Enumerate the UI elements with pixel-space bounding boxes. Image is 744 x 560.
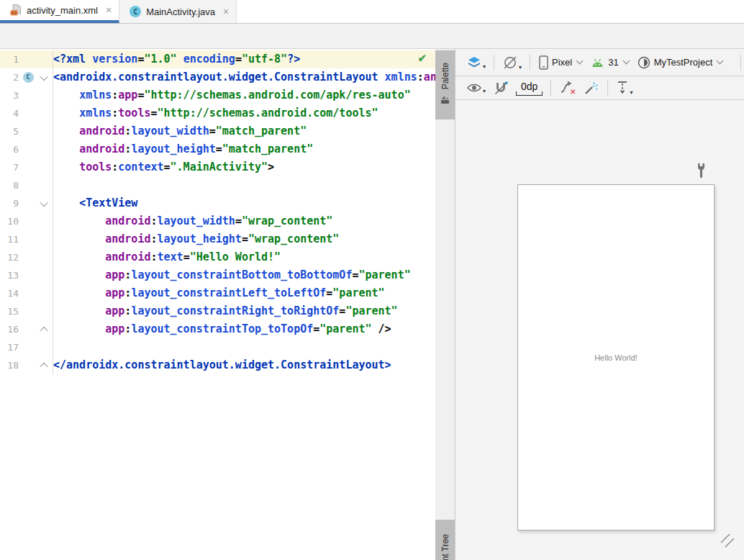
default-margins-button[interactable]: 0dp [512, 79, 546, 97]
code-line[interactable]: 17 [0, 338, 435, 356]
code-line[interactable]: 1<?xml version="1.0" encoding="utf-8"?> [0, 50, 435, 68]
theme-label: MyTestProject [654, 57, 713, 68]
editor-gutter[interactable]: 5 [0, 122, 53, 140]
line-number: 14 [0, 284, 19, 302]
close-tab-icon[interactable]: × [223, 6, 229, 17]
editor-gutter[interactable]: 6 [0, 140, 53, 158]
tab-activity-main-xml[interactable]: <> activity_main.xml × [0, 0, 119, 23]
palette-tool-tab[interactable]: Palette [435, 50, 455, 119]
code-text: <TextView [53, 194, 137, 212]
editor-gutter[interactable]: 7 [0, 158, 53, 176]
infer-constraints-button[interactable] [580, 78, 603, 97]
editor-gutter[interactable]: 18 [0, 356, 53, 374]
code-line[interactable]: 18</androidx.constraintlayout.widget.Con… [0, 356, 435, 374]
code-text: <androidx.constraintlayout.widget.Constr… [53, 68, 435, 86]
design-toolbar-main: ▾ ▾ Pixel [455, 49, 744, 76]
editor-gutter[interactable]: 15 [0, 302, 53, 320]
code-editor[interactable]: 1<?xml version="1.0" encoding="utf-8"?>2… [0, 49, 435, 560]
code-text: xmlns:tools="http://schemas.android.com/… [53, 104, 378, 122]
design-surface-button[interactable]: ▾ [463, 54, 489, 71]
close-tab-icon[interactable]: × [106, 4, 112, 16]
fold-marker-icon[interactable] [40, 198, 47, 206]
navigation-bar [0, 24, 744, 49]
editor-gutter[interactable]: 14 [0, 284, 53, 302]
vertical-margin-icon [616, 80, 629, 96]
code-line[interactable]: 8 [0, 176, 435, 194]
editor-gutter[interactable]: 11 [0, 230, 53, 248]
code-text: app:layout_constraintRight_toRightOf="pa… [53, 302, 398, 320]
view-options-button[interactable]: ▾ [463, 80, 489, 96]
editor-gutter[interactable]: 17 [0, 338, 53, 356]
orientation-button[interactable]: ▾ [499, 53, 525, 72]
device-selector[interactable]: Pixel [535, 54, 586, 71]
tool-window-strip: Palette Component Tree [435, 49, 455, 560]
xml-file-icon: <> [10, 4, 22, 16]
code-line[interactable]: 11 android:layout_height="wrap_content" [0, 230, 435, 248]
design-canvas[interactable]: Hello World! [455, 101, 744, 560]
editor-gutter[interactable]: 16 [0, 320, 53, 338]
code-line[interactable]: 10 android:layout_width="wrap_content" [0, 212, 435, 230]
fold-marker-icon[interactable] [40, 72, 47, 80]
theme-selector[interactable]: MyTestProject [633, 55, 727, 71]
editor-gutter[interactable]: 8 [0, 176, 53, 194]
editor-gutter[interactable]: 1 [0, 50, 53, 68]
orientation-icon [502, 55, 518, 71]
line-number: 17 [0, 338, 19, 356]
fold-marker-icon[interactable] [40, 362, 47, 370]
code-line[interactable]: 4 xmlns:tools="http://schemas.android.co… [0, 104, 435, 122]
pack-margin-button[interactable]: ▾ [612, 78, 636, 97]
code-line[interactable]: 12 android:text="Hello World!" [0, 248, 435, 266]
code-text: android:layout_width="wrap_content" [53, 212, 332, 230]
code-line[interactable]: 13 app:layout_constraintBottom_toBottomO… [0, 266, 435, 284]
chevron-down-icon [576, 58, 584, 65]
editor-gutter[interactable]: 4 [0, 104, 53, 122]
chevron-down-icon [717, 58, 724, 65]
code-line[interactable]: 3 xmlns:app="http://schemas.android.com/… [0, 86, 435, 104]
code-line[interactable]: 16 app:layout_constraintTop_toTopOf="par… [0, 320, 435, 338]
wrench-icon[interactable] [696, 163, 707, 181]
magic-wand-icon [584, 80, 599, 96]
java-class-icon: C [130, 6, 141, 17]
code-line[interactable]: 6 android:layout_height="match_parent" [0, 140, 435, 158]
editor-gutter[interactable]: 9 [0, 194, 53, 212]
fold-marker-icon[interactable] [40, 326, 47, 334]
component-tree-tool-tab[interactable]: Component Tree [435, 520, 455, 560]
editor-gutter[interactable]: 12 [0, 248, 53, 266]
editor-gutter[interactable]: 2C [0, 68, 53, 86]
autoconnect-toggle-button[interactable] [489, 78, 512, 97]
code-line[interactable]: 5 android:layout_width="match_parent" [0, 122, 435, 140]
line-number: 7 [0, 158, 19, 176]
component-tree-tab-label: Component Tree [440, 534, 450, 560]
line-number: 13 [0, 266, 19, 284]
code-line[interactable]: 7 tools:context=".MainActivity"> [0, 158, 435, 176]
tab-mainactivity-java[interactable]: C MainActivity.java × [119, 0, 237, 23]
clear-constraints-button[interactable]: ✕ [555, 78, 580, 97]
code-line[interactable]: 14 app:layout_constraintLeft_toLeftOf="p… [0, 284, 435, 302]
code-line[interactable]: 2C<androidx.constraintlayout.widget.Cons… [0, 68, 435, 86]
eye-icon [466, 81, 482, 94]
inspections-status-icon[interactable]: ✔ [417, 52, 427, 65]
line-number: 5 [0, 122, 19, 140]
preview-text[interactable]: Hello World! [594, 353, 638, 362]
tab-label: activity_main.xml [27, 5, 98, 16]
dropdown-arrow-icon: ▾ [519, 65, 522, 71]
code-text: tools:context=".MainActivity"> [53, 158, 274, 176]
device-preview-frame[interactable]: Hello World! [517, 184, 714, 530]
api-level-selector[interactable]: 31 [586, 55, 632, 70]
line-number: 4 [0, 104, 19, 122]
android-icon [591, 57, 604, 68]
editor-gutter[interactable]: 13 [0, 266, 53, 284]
chevron-down-icon [622, 58, 630, 65]
line-number: 6 [0, 140, 19, 158]
phone-icon [539, 55, 548, 70]
code-text: <?xml version="1.0" encoding="utf-8"?> [53, 50, 300, 68]
resize-handle-icon[interactable] [718, 531, 737, 553]
class-marker-icon[interactable]: C [23, 72, 34, 83]
code-line[interactable]: 15 app:layout_constraintRight_toRightOf=… [0, 302, 435, 320]
editor-gutter[interactable]: 3 [0, 86, 53, 104]
svg-text:✕: ✕ [570, 88, 576, 96]
code-text: app:layout_constraintBottom_toBottomOf="… [53, 266, 411, 284]
line-number: 11 [0, 230, 19, 248]
code-line[interactable]: 9 <TextView [0, 194, 435, 212]
editor-gutter[interactable]: 10 [0, 212, 53, 230]
